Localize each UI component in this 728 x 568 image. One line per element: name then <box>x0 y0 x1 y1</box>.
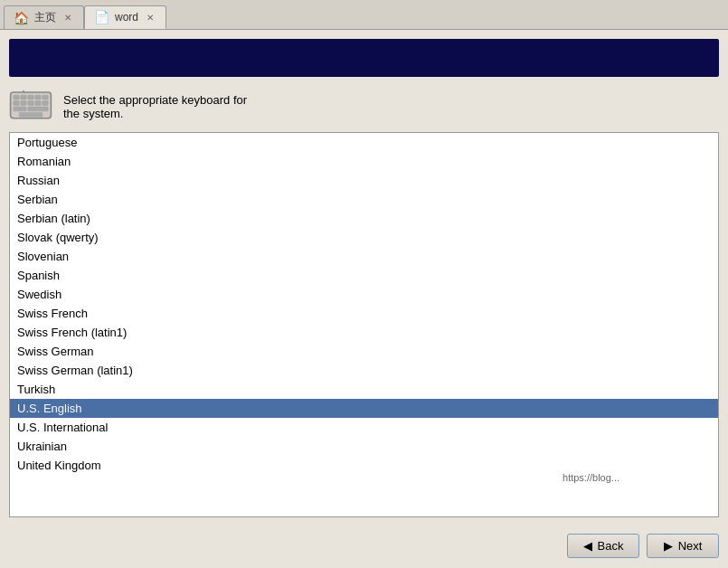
word-tab-label: word <box>115 11 138 24</box>
main-content: Select the appropriate keyboard for the … <box>0 30 728 568</box>
list-item-romanian[interactable]: Romanian <box>10 152 718 171</box>
instruction-row: Select the appropriate keyboard for the … <box>0 86 728 132</box>
list-item-us-english[interactable]: U.S. English <box>10 399 718 418</box>
banner <box>9 39 719 77</box>
home-tab-close[interactable]: ✕ <box>61 12 74 24</box>
next-icon: ▶ <box>664 539 673 553</box>
list-item-slovenian[interactable]: Slovenian <box>10 247 718 266</box>
home-tab-icon: 🏠 <box>14 11 29 25</box>
list-item-russian[interactable]: Russian <box>10 171 718 190</box>
svg-rect-5 <box>43 95 48 99</box>
tab-word[interactable]: 📄 word ✕ <box>84 5 166 29</box>
svg-rect-13 <box>19 112 43 117</box>
list-item-swiss-french-latin1[interactable]: Swiss French (latin1) <box>10 323 718 342</box>
svg-rect-1 <box>14 95 19 99</box>
list-item-portuguese[interactable]: Portuguese <box>10 133 718 152</box>
list-item-serbian-latin[interactable]: Serbian (latin) <box>10 209 718 228</box>
home-tab-label: 主页 <box>34 10 56 25</box>
button-row: ◀ Back ▶ Next <box>0 526 728 568</box>
svg-rect-2 <box>21 95 26 99</box>
next-label: Next <box>678 539 703 553</box>
list-item-swedish[interactable]: Swedish <box>10 285 718 304</box>
keyboard-list-container: PortugueseRomanianRussianSerbianSerbian … <box>9 132 719 517</box>
list-item-swiss-german-latin1[interactable]: Swiss German (latin1) <box>10 361 718 380</box>
next-button[interactable]: ▶ Next <box>647 534 719 558</box>
svg-rect-6 <box>14 101 19 106</box>
svg-rect-9 <box>35 101 41 106</box>
svg-rect-7 <box>21 101 26 106</box>
keyboard-icon <box>9 90 52 123</box>
back-label: Back <box>598 539 624 553</box>
status-bar-url: https://blog... <box>563 472 619 483</box>
list-item-turkish[interactable]: Turkish <box>10 380 718 399</box>
browser-chrome: 🏠 主页 ✕ 📄 word ✕ <box>0 0 728 30</box>
word-tab-close[interactable]: ✕ <box>144 12 156 24</box>
svg-rect-8 <box>28 101 33 106</box>
back-icon: ◀ <box>583 539 592 553</box>
back-button[interactable]: ◀ Back <box>567 534 639 558</box>
list-item-swiss-german[interactable]: Swiss German <box>10 342 718 361</box>
word-tab-icon: 📄 <box>94 10 109 24</box>
tab-bar: 🏠 主页 ✕ 📄 word ✕ <box>0 0 728 29</box>
svg-rect-10 <box>43 101 48 106</box>
list-item-serbian[interactable]: Serbian <box>10 190 718 209</box>
svg-rect-11 <box>14 107 26 111</box>
list-item-slovak-qwerty[interactable]: Slovak (qwerty) <box>10 228 718 247</box>
list-item-spanish[interactable]: Spanish <box>10 266 718 285</box>
keyboard-list-scroll[interactable]: PortugueseRomanianRussianSerbianSerbian … <box>10 133 718 516</box>
list-item-swiss-french[interactable]: Swiss French <box>10 304 718 323</box>
list-item-ukrainian[interactable]: Ukrainian <box>10 437 718 456</box>
tab-home[interactable]: 🏠 主页 ✕ <box>4 5 84 29</box>
svg-rect-4 <box>35 95 41 99</box>
list-item-us-international[interactable]: U.S. International <box>10 418 718 437</box>
svg-rect-3 <box>28 95 33 99</box>
svg-rect-12 <box>28 107 48 111</box>
instruction-text: Select the appropriate keyboard for the … <box>63 93 247 120</box>
